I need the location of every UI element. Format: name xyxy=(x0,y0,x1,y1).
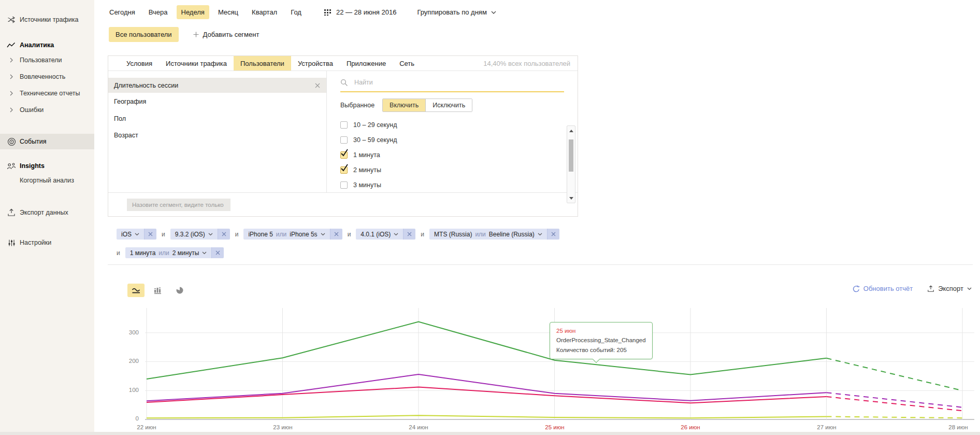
all-users-segment[interactable]: Все пользователи xyxy=(109,27,179,42)
option-3-min[interactable]: 3 минуты xyxy=(340,177,564,192)
close-icon xyxy=(407,232,412,236)
sidebar-item-data-export[interactable]: Экспорт данных xyxy=(0,205,94,220)
add-segment-button[interactable]: Добавить сегмент xyxy=(193,31,260,38)
category-gender[interactable]: Пол xyxy=(108,111,326,126)
filter-chip-row: и 1 минута или 2 минуты xyxy=(117,247,559,258)
search-input[interactable] xyxy=(353,78,564,87)
sidebar-item-users[interactable]: Пользователи xyxy=(0,52,94,68)
period-today[interactable]: Сегодня xyxy=(105,5,140,19)
tab-traffic-sources[interactable]: Источники трафика xyxy=(159,56,234,71)
and-connector: и xyxy=(421,231,424,238)
chip-remove-button[interactable] xyxy=(144,229,156,240)
sidebar-item-errors[interactable]: Ошибки xyxy=(0,102,94,118)
checkbox-unchecked[interactable] xyxy=(340,181,348,189)
analytics-icon xyxy=(6,42,17,48)
grouping-dropdown[interactable]: Группировать по дням xyxy=(417,8,496,16)
sidebar-item-label: Аналитика xyxy=(20,41,54,49)
events-target-icon xyxy=(6,137,17,146)
sidebar-item-events[interactable]: События xyxy=(0,134,94,149)
sidebar-item-traffic-sources[interactable]: Источники трафика xyxy=(0,12,94,27)
chip-remove-button[interactable] xyxy=(403,229,415,240)
chip-dropdown[interactable]: iOS xyxy=(117,229,144,240)
segment-name-input[interactable] xyxy=(127,199,230,211)
tab-users[interactable]: Пользователи xyxy=(234,56,291,71)
x-axis-tick: 22 июн xyxy=(137,424,156,430)
chip-value: 4.0.1 (iOS) xyxy=(361,231,391,238)
sidebar: Источники трафика Аналитика Пользователи… xyxy=(0,0,94,435)
export-dropdown[interactable]: Экспорт xyxy=(927,285,972,292)
active-filters: iOS и 9.3.2 (iOS) и xyxy=(117,229,559,266)
checkbox-checked[interactable] xyxy=(340,166,348,174)
filter-chip-app-version[interactable]: 4.0.1 (iOS) xyxy=(356,229,415,240)
chart-canvas xyxy=(117,305,976,427)
sidebar-item-engagement[interactable]: Вовлеченность xyxy=(0,69,94,85)
tooltip-event-name: OrderProcessing_State_Changed xyxy=(556,335,646,345)
close-icon[interactable] xyxy=(315,83,320,88)
chip-dropdown[interactable]: 1 минута или 2 минуты xyxy=(125,247,212,258)
chevron-down-icon xyxy=(208,233,213,236)
options-scrollbar[interactable] xyxy=(567,125,575,203)
checkbox-checked[interactable] xyxy=(340,151,348,159)
bar-chart-button[interactable] xyxy=(149,284,166,297)
option-30-59-sec[interactable]: 30 – 59 секунд xyxy=(340,132,564,147)
period-yesterday[interactable]: Вчера xyxy=(144,5,172,19)
chevron-down-icon xyxy=(135,233,139,236)
tab-application[interactable]: Приложение xyxy=(340,56,393,71)
events-line-chart[interactable] xyxy=(117,305,976,427)
include-exclude-toggle: Включить Исключить xyxy=(382,99,472,112)
chip-dropdown[interactable]: MTS (Russia) или Beeline (Russia) xyxy=(429,229,547,240)
bar-chart-icon xyxy=(154,287,162,294)
chip-value: 1 минута xyxy=(130,249,156,257)
option-1-min[interactable]: 1 минута xyxy=(340,147,564,162)
filter-chip-os-version[interactable]: 9.3.2 (iOS) xyxy=(170,229,230,240)
period-week[interactable]: Неделя xyxy=(177,5,209,19)
refresh-report-link[interactable]: Обновить отчёт xyxy=(853,285,913,292)
chip-remove-button[interactable] xyxy=(211,247,224,258)
sidebar-item-settings[interactable]: Настройки xyxy=(0,235,94,250)
chip-dropdown[interactable]: 4.0.1 (iOS) xyxy=(356,229,403,240)
filter-chip-device[interactable]: iPhone 5 или iPhone 5s xyxy=(243,229,342,240)
chip-dropdown[interactable]: 9.3.2 (iOS) xyxy=(170,229,218,240)
date-range-picker[interactable]: 22 — 28 июня 2016 xyxy=(324,8,397,16)
chevron-down-icon xyxy=(321,233,325,236)
tab-conditions[interactable]: Условия xyxy=(120,56,159,71)
tab-network[interactable]: Сеть xyxy=(393,56,421,71)
period-quarter[interactable]: Квартал xyxy=(247,5,282,19)
include-button[interactable]: Включить xyxy=(383,99,426,111)
exclude-button[interactable]: Исключить xyxy=(426,99,472,111)
traffic-sources-icon xyxy=(6,16,17,23)
triangle-up-icon xyxy=(569,130,573,132)
chevron-down-icon xyxy=(538,233,542,236)
search-icon xyxy=(340,79,348,87)
sidebar-item-insights[interactable]: Insights xyxy=(0,158,94,174)
checkbox-unchecked[interactable] xyxy=(340,136,348,144)
category-age[interactable]: Возраст xyxy=(108,128,326,143)
scroll-down-arrow[interactable] xyxy=(567,194,575,202)
pie-chart-button[interactable] xyxy=(171,284,188,297)
period-month[interactable]: Месяц xyxy=(213,5,243,19)
and-connector: и xyxy=(348,231,351,238)
scrollbar-thumb[interactable] xyxy=(569,139,573,172)
scroll-up-arrow[interactable] xyxy=(567,127,575,134)
chip-remove-button[interactable] xyxy=(218,229,230,240)
chip-dropdown[interactable]: iPhone 5 или iPhone 5s xyxy=(243,229,329,240)
sidebar-item-analytics[interactable]: Аналитика xyxy=(0,37,94,53)
filter-chip-carrier[interactable]: MTS (Russia) или Beeline (Russia) xyxy=(429,229,559,240)
chip-remove-button[interactable] xyxy=(547,229,559,240)
category-label: Длительность сессии xyxy=(114,82,178,89)
chevron-right-icon xyxy=(6,107,17,113)
option-10-29-sec[interactable]: 10 – 29 секунд xyxy=(340,117,564,132)
line-chart-button[interactable] xyxy=(127,284,145,297)
filter-chip-os[interactable]: iOS xyxy=(117,229,156,240)
sidebar-item-cohort-analysis[interactable]: Когортный анализ xyxy=(0,173,94,188)
chip-remove-button[interactable] xyxy=(330,229,342,240)
period-year[interactable]: Год xyxy=(286,5,306,19)
sidebar-item-technical-reports[interactable]: Технические отчеты xyxy=(0,86,94,101)
checkbox-unchecked[interactable] xyxy=(340,121,348,129)
option-2-min[interactable]: 2 минуты xyxy=(340,162,564,177)
category-geography[interactable]: География xyxy=(108,94,326,109)
filter-chip-session-duration[interactable]: 1 минута или 2 минуты xyxy=(125,247,224,258)
tab-devices[interactable]: Устройства xyxy=(291,56,340,71)
chip-value: iPhone 5s xyxy=(290,231,317,238)
category-session-duration[interactable]: Длительность сессии xyxy=(108,78,326,93)
